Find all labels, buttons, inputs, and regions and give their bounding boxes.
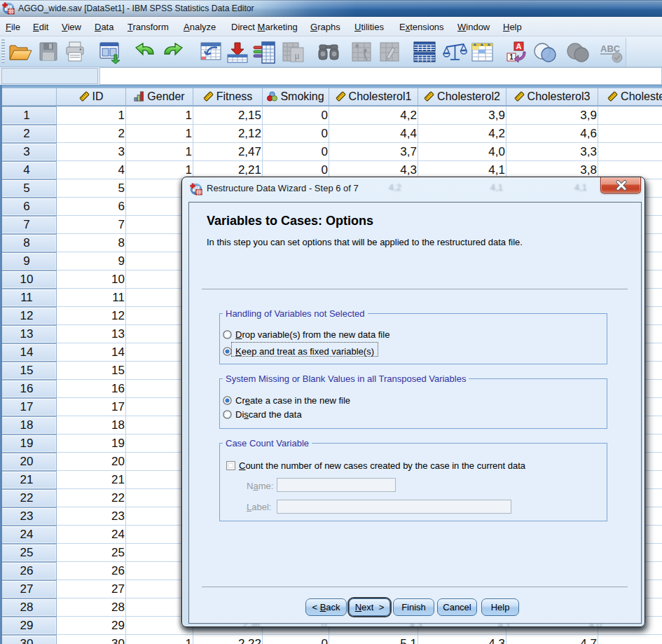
svg-text:μ: μ: [294, 50, 300, 61]
svg-text:1: 1: [509, 53, 513, 61]
svg-text:A: A: [516, 42, 522, 50]
